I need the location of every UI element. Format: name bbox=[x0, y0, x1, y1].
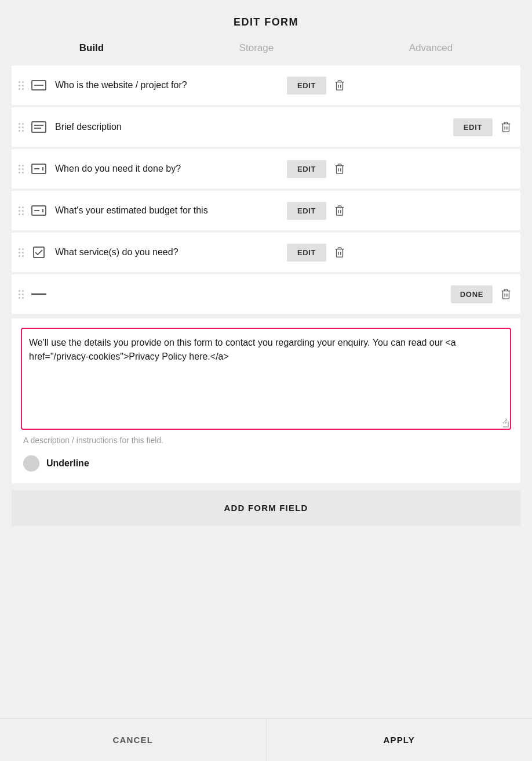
field-label: What's your estimated budget for this bbox=[55, 205, 287, 216]
edit-button[interactable]: EDIT bbox=[287, 244, 326, 262]
modal-title: EDIT FORM bbox=[234, 16, 298, 28]
tab-advanced[interactable]: Advanced bbox=[405, 40, 458, 56]
field-label: When do you need it done by? bbox=[55, 164, 287, 174]
table-row: Who is the website / project for? EDIT bbox=[12, 66, 520, 105]
field-label: Brief description bbox=[55, 122, 453, 132]
table-row: DONE bbox=[12, 274, 520, 314]
field-hint-text: A description / instructions for this fi… bbox=[21, 430, 511, 453]
edit-button[interactable]: EDIT bbox=[287, 202, 326, 220]
tab-build[interactable]: Build bbox=[75, 40, 109, 56]
drag-handle-icon[interactable] bbox=[19, 206, 24, 215]
delete-button[interactable] bbox=[332, 77, 347, 93]
field-type-icon bbox=[31, 246, 47, 259]
svg-rect-19 bbox=[34, 247, 44, 258]
field-type-icon bbox=[31, 121, 47, 133]
drag-handle-icon[interactable] bbox=[19, 248, 24, 257]
tabs-bar: Build Storage Advanced bbox=[0, 40, 532, 66]
table-row: When do you need it done by? EDIT bbox=[12, 149, 520, 189]
delete-button[interactable] bbox=[498, 119, 513, 135]
underline-label: Underline bbox=[46, 458, 89, 469]
modal-container: EDIT FORM Build Storage Advanced Who is … bbox=[0, 0, 532, 761]
table-row: What service(s) do you need? EDIT bbox=[12, 233, 520, 272]
underline-row: Underline bbox=[21, 453, 511, 474]
field-label: Who is the website / project for? bbox=[55, 80, 287, 90]
table-row: What's your estimated budget for this ED… bbox=[12, 191, 520, 230]
edit-button[interactable]: EDIT bbox=[453, 118, 493, 136]
form-fields-list: Who is the website / project for? EDIT bbox=[0, 66, 532, 316]
tab-storage[interactable]: Storage bbox=[235, 40, 279, 56]
field-type-icon bbox=[31, 162, 47, 175]
resize-handle[interactable] bbox=[503, 422, 509, 427]
drag-handle-icon[interactable] bbox=[19, 290, 24, 299]
edit-button[interactable]: EDIT bbox=[287, 160, 326, 178]
delete-button[interactable] bbox=[332, 244, 347, 260]
apply-button[interactable]: APPLY bbox=[267, 719, 533, 761]
cancel-button[interactable]: CANCEL bbox=[0, 719, 267, 761]
add-field-label: ADD FORM FIELD bbox=[224, 503, 308, 513]
delete-button[interactable] bbox=[498, 286, 513, 302]
delete-button[interactable] bbox=[332, 161, 347, 177]
add-form-field-button[interactable]: ADD FORM FIELD bbox=[12, 490, 520, 526]
description-textarea[interactable] bbox=[24, 331, 508, 424]
done-button[interactable]: DONE bbox=[451, 285, 493, 303]
drag-handle-icon[interactable] bbox=[19, 123, 24, 132]
drag-handle-icon[interactable] bbox=[19, 165, 24, 173]
drag-handle-icon[interactable] bbox=[19, 81, 24, 90]
modal-header: EDIT FORM bbox=[0, 0, 532, 40]
underline-toggle[interactable] bbox=[23, 455, 39, 472]
svg-rect-4 bbox=[32, 122, 46, 132]
delete-button[interactable] bbox=[332, 202, 347, 219]
edit-button[interactable]: EDIT bbox=[287, 77, 326, 95]
footer-buttons: CANCEL APPLY bbox=[0, 718, 532, 761]
field-type-icon bbox=[31, 79, 47, 92]
textarea-wrapper bbox=[21, 328, 511, 430]
table-row: Brief description EDIT bbox=[12, 107, 520, 147]
field-label: What service(s) do you need? bbox=[55, 247, 287, 258]
field-type-icon bbox=[31, 288, 47, 300]
edit-panel: A description / instructions for this fi… bbox=[12, 318, 520, 483]
field-type-icon bbox=[31, 204, 47, 217]
